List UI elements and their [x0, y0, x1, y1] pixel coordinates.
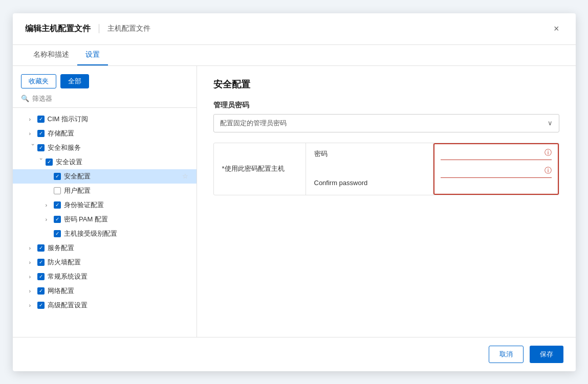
favorites-button[interactable]: 收藏夹 — [21, 74, 56, 88]
password-table-inner: *使用此密码配置主机 密码 Confirm password ⓘ — [214, 143, 559, 195]
section-title: 安全配置 — [213, 78, 559, 91]
error-icon-password: ⓘ — [545, 148, 552, 157]
modal: 编辑主机配置文件 主机配置文件 × 名称和描述 设置 收藏夹 全部 🔍 › — [13, 13, 576, 371]
arrow-icon: › — [46, 216, 54, 222]
tree-item-general-settings[interactable]: › 常规系统设置 — [13, 269, 197, 284]
star-icon: ☆ — [182, 172, 188, 180]
arrow-icon: › — [29, 274, 37, 280]
table-middle-col: 密码 Confirm password — [306, 143, 434, 195]
checkbox-host-level[interactable] — [54, 230, 61, 237]
checkbox-general-settings[interactable] — [37, 273, 45, 280]
tree-item-storage[interactable]: › 存储配置 — [13, 126, 197, 141]
password-input-wrapper: ⓘ — [441, 148, 552, 160]
confirm-password-field-label: Confirm password — [314, 179, 425, 187]
tree-item-security-config[interactable]: › 安全配置 ☆ — [13, 169, 197, 184]
tree-item-user-config[interactable]: › 用户配置 — [13, 184, 197, 198]
tree-label: 网络配置 — [48, 286, 188, 296]
chevron-down-icon: ∨ — [548, 119, 553, 127]
arrow-icon: › — [29, 288, 37, 294]
search-icon: 🔍 — [21, 95, 29, 102]
arrow-icon: › — [38, 158, 45, 166]
dropdown-value: 配置固定的管理员密码 — [220, 119, 287, 128]
tree: › CIM 指示订阅 › 存储配置 › 安全和服务 — [13, 108, 197, 329]
checkbox-firewall-config[interactable] — [37, 259, 45, 266]
sidebar: 收藏夹 全部 🔍 › CIM 指示订阅 › 存储配置 — [13, 66, 197, 337]
search-input[interactable] — [32, 95, 188, 102]
checkbox-network-config[interactable] — [37, 287, 45, 295]
arrow-icon: › — [29, 116, 37, 122]
password-input[interactable] — [441, 149, 541, 156]
tree-label: 主机接受级别配置 — [64, 229, 188, 238]
tree-label: 服务配置 — [48, 243, 188, 253]
checkbox-storage[interactable] — [37, 130, 45, 137]
checkbox-service-config[interactable] — [37, 244, 45, 252]
tree-label: 用户配置 — [64, 186, 188, 195]
checkbox-pam-config[interactable] — [54, 216, 61, 223]
password-field-group: ⓘ — [441, 148, 552, 160]
tree-label: CIM 指示订阅 — [48, 115, 188, 124]
save-button[interactable]: 保存 — [530, 346, 563, 363]
tree-label: 常规系统设置 — [48, 272, 188, 281]
cancel-button[interactable]: 取消 — [489, 346, 524, 363]
tree-item-cim[interactable]: › CIM 指示订阅 — [13, 112, 197, 126]
checkbox-security-settings[interactable] — [46, 159, 53, 166]
modal-title: 编辑主机配置文件 — [25, 24, 91, 34]
search-box: 🔍 — [13, 95, 197, 108]
tree-label: 安全和服务 — [48, 143, 188, 152]
arrow-icon: › — [46, 202, 54, 208]
checkbox-advanced-settings[interactable] — [37, 302, 45, 309]
header-divider — [99, 24, 99, 33]
tab-name-desc[interactable]: 名称和描述 — [25, 45, 77, 65]
confirm-password-input[interactable] — [441, 167, 541, 174]
modal-footer: 取消 保存 — [13, 337, 576, 371]
tree-label: 存储配置 — [48, 129, 188, 138]
filter-buttons: 收藏夹 全部 — [13, 74, 197, 95]
arrow-icon: › — [29, 245, 37, 251]
arrow-icon: › — [29, 302, 37, 308]
tree-item-service-config[interactable]: › 服务配置 — [13, 241, 197, 255]
close-button[interactable]: × — [550, 21, 563, 36]
checkbox-security-config[interactable] — [54, 173, 61, 180]
checkbox-cim[interactable] — [37, 116, 45, 123]
tab-settings[interactable]: 设置 — [77, 45, 108, 65]
tab-bar: 名称和描述 设置 — [13, 45, 576, 66]
all-button[interactable]: 全部 — [60, 74, 89, 88]
tree-label: 防火墙配置 — [48, 258, 188, 267]
arrow-icon: › — [29, 259, 37, 265]
tree-item-pam-config[interactable]: › 密码 PAM 配置 — [13, 212, 197, 227]
tree-label: 安全设置 — [56, 157, 188, 167]
main-content: 安全配置 管理员密码 配置固定的管理员密码 ∨ *使用此密码配置主机 密码 — [197, 66, 576, 337]
tree-item-firewall-config[interactable]: › 防火墙配置 — [13, 255, 197, 269]
table-left-col: *使用此密码配置主机 — [214, 143, 306, 195]
tree-label: 高级配置设置 — [48, 301, 188, 310]
table-right-col: ⓘ ⓘ — [433, 143, 559, 195]
arrow-icon: › — [29, 130, 37, 137]
confirm-password-field-group: ⓘ — [441, 166, 552, 178]
tree-item-security-services[interactable]: › 安全和服务 — [13, 141, 197, 155]
error-icon-confirm: ⓘ — [545, 166, 552, 175]
tree-label: 安全配置 — [64, 172, 180, 181]
modal-body: 收藏夹 全部 🔍 › CIM 指示订阅 › 存储配置 — [13, 66, 576, 337]
tree-item-security-settings[interactable]: › 安全设置 — [13, 155, 197, 169]
arrow-icon: › — [30, 144, 36, 152]
dropdown-admin-password[interactable]: 配置固定的管理员密码 ∨ — [213, 114, 559, 132]
tree-label: 密码 PAM 配置 — [64, 215, 188, 224]
checkbox-security-services[interactable] — [37, 144, 45, 151]
confirm-password-input-wrapper: ⓘ — [441, 166, 552, 178]
admin-password-label: 管理员密码 — [213, 101, 559, 110]
tree-item-host-level[interactable]: › 主机接受级别配置 — [13, 227, 197, 241]
use-password-label: *使用此密码配置主机 — [222, 164, 285, 173]
modal-subtitle: 主机配置文件 — [107, 24, 150, 33]
modal-header: 编辑主机配置文件 主机配置文件 × — [13, 13, 576, 45]
checkbox-user-config[interactable] — [54, 187, 61, 194]
checkbox-auth-config[interactable] — [54, 201, 61, 209]
password-field-label: 密码 — [314, 149, 425, 159]
tree-label: 身份验证配置 — [64, 200, 188, 210]
tree-item-auth-config[interactable]: › 身份验证配置 — [13, 198, 197, 212]
password-table: *使用此密码配置主机 密码 Confirm password ⓘ — [213, 143, 559, 195]
tree-item-advanced-settings[interactable]: › 高级配置设置 — [13, 298, 197, 312]
tree-item-network-config[interactable]: › 网络配置 — [13, 284, 197, 298]
